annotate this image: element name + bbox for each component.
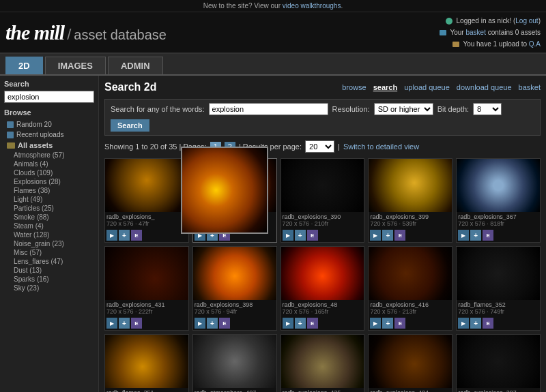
sidebar-item-water[interactable]: Water (128) — [4, 230, 94, 239]
edit-btn-10[interactable]: E — [483, 318, 493, 329]
sidebar: Search Browse Random 20 Recent uploads A… — [0, 76, 99, 392]
download-queue-nav-link[interactable]: download queue — [457, 83, 512, 91]
item-meta: 720 x 576 · 210fr — [281, 220, 364, 228]
add-btn-3[interactable]: + — [295, 230, 306, 241]
tabs: 2D IMAGES ADMIN — [0, 54, 546, 76]
sidebar-item-random20[interactable]: Random 20 — [4, 119, 94, 130]
sidebar-item-explosions[interactable]: Explosions (28) — [4, 177, 94, 186]
basket-nav-link[interactable]: basket — [519, 83, 541, 91]
sidebar-item-particles[interactable]: Particles (25) — [4, 204, 94, 213]
add-btn-10[interactable]: + — [470, 318, 481, 329]
add-btn-5[interactable]: + — [470, 230, 481, 241]
sidebar-item-light[interactable]: Light (49) — [4, 195, 94, 204]
search-bar: Search for any of the words: Resolution:… — [104, 99, 541, 136]
sidebar-item-sky[interactable]: Sky (23) — [4, 284, 94, 292]
sidebar-item-all-assets[interactable]: All assets — [4, 140, 94, 151]
logout-link[interactable]: Log out — [515, 17, 538, 25]
sidebar-item-animals[interactable]: Animals (4) — [4, 160, 94, 168]
item-meta: 720 x 576 · 165fr — [281, 308, 364, 316]
sidebar-item-dust[interactable]: Dust (13) — [4, 266, 94, 275]
play-btn-10[interactable]: ▶ — [458, 318, 469, 329]
play-btn-3[interactable]: ▶ — [283, 230, 293, 241]
sidebar-item-smoke[interactable]: Smoke (88) — [4, 213, 94, 222]
sidebar-browse-label: Browse — [4, 108, 94, 117]
tab-admin[interactable]: ADMIN — [108, 57, 163, 74]
grid-item-3[interactable]: radb_explosions_390 720 x 576 · 210fr ▶ … — [281, 158, 365, 243]
edit-btn-8[interactable]: E — [307, 318, 318, 329]
sidebar-search-input[interactable] — [4, 91, 94, 103]
add-btn-8[interactable]: + — [295, 318, 306, 329]
logo-slash: / — [67, 26, 71, 44]
logo-area: the mill / asset database — [5, 21, 167, 44]
grid-item-2[interactable]: radb_explosions_396 720 x 576 · 473fr ▶ … — [192, 158, 277, 243]
grid-item-12[interactable]: radb_atmosphere_407 720 x 576 · 692fr — [192, 334, 277, 392]
sidebar-item-steam[interactable]: Steam (4) — [4, 222, 94, 230]
edit-btn-3[interactable]: E — [307, 230, 318, 241]
resolution-select[interactable]: SD or higher HD or higher 2K or higher 4… — [374, 103, 433, 115]
item-meta: 720 x 576 · 222fr — [105, 308, 188, 316]
content-nav: browse search upload queue download queu… — [342, 83, 541, 91]
grid-item-4[interactable]: radb_explosions_399 720 x 576 · 539fr ▶ … — [368, 158, 452, 243]
grid-item-9[interactable]: radb_explosions_416 720 x 576 · 213fr ▶ … — [368, 246, 452, 331]
hover-preview — [181, 147, 268, 234]
play-btn-5[interactable]: ▶ — [458, 230, 469, 241]
bitdepth-select[interactable]: 8 10 12 16 — [473, 103, 502, 115]
sidebar-item-recent-uploads[interactable]: Recent uploads — [4, 130, 94, 140]
play-btn-7[interactable]: ▶ — [195, 318, 205, 329]
grid-item-15[interactable]: radb_explosions_397 720 x 576 · 291fr — [456, 334, 541, 392]
add-btn-6[interactable]: + — [119, 318, 130, 329]
grid-item-7[interactable]: radb_explosions_398 720 x 576 · 94fr ▶ +… — [192, 246, 277, 331]
sidebar-item-misc[interactable]: Misc (57) — [4, 248, 94, 257]
basket-link[interactable]: basket — [465, 29, 485, 36]
edit-btn-1[interactable]: E — [131, 230, 142, 241]
sidebar-item-lens-flares[interactable]: Lens_flares (47) — [4, 257, 94, 266]
play-btn-9[interactable]: ▶ — [370, 318, 381, 329]
search-nav-link[interactable]: search — [373, 83, 397, 91]
grid-item-14[interactable]: radb_explosions_404 720 x 576 · 370fr — [368, 334, 452, 392]
random20-bullet — [7, 121, 14, 128]
search-button[interactable]: Search — [111, 119, 149, 132]
item-name: radb_explosions_390 — [281, 212, 364, 220]
grid-item-11[interactable]: radb_flames_351 720 x 576 · 748fr — [104, 334, 189, 392]
sidebar-item-sparks[interactable]: Sparks (16) — [4, 275, 94, 284]
tab-images[interactable]: IMAGES — [45, 57, 106, 74]
tab-2d[interactable]: 2D — [5, 57, 43, 74]
per-page-select[interactable]: 10 20 50 100 — [305, 140, 334, 153]
user-icon — [446, 18, 452, 25]
item-name: radb_explosions_431 — [105, 300, 188, 308]
play-btn-6[interactable]: ▶ — [106, 318, 117, 329]
add-btn-1[interactable]: + — [119, 230, 130, 241]
sidebar-item-noise-grain[interactable]: Noise_grain (23) — [4, 239, 94, 248]
upload-queue-nav-link[interactable]: upload queue — [404, 83, 450, 91]
add-btn-9[interactable]: + — [382, 318, 393, 329]
sidebar-item-atmosphere[interactable]: Atmosphere (57) — [4, 151, 94, 160]
grid-item-10[interactable]: radb_flames_352 720 x 576 · 749fr ▶ + E — [456, 246, 541, 331]
play-btn-8[interactable]: ▶ — [283, 318, 293, 329]
grid-item-5[interactable]: radb_explosions_367 720 x 576 · 818fr ▶ … — [456, 158, 541, 243]
grid-item-8[interactable]: radb_explosions_48 720 x 576 · 165fr ▶ +… — [281, 246, 365, 331]
item-meta: 720 x 576 · 539fr — [369, 220, 452, 228]
item-meta: 720 x 576 · 213fr — [369, 308, 452, 316]
sidebar-item-flames[interactable]: Flames (38) — [4, 186, 94, 195]
edit-btn-6[interactable]: E — [131, 318, 142, 329]
grid-item-6[interactable]: radb_explosions_431 720 x 576 · 222fr ▶ … — [104, 246, 189, 331]
sidebar-item-clouds[interactable]: Clouds (109) — [4, 168, 94, 177]
edit-btn-9[interactable]: E — [394, 318, 405, 329]
content: Search 2d browse search upload queue dow… — [99, 76, 546, 392]
edit-btn-7[interactable]: E — [219, 318, 230, 329]
item-name: radb_explosions_416 — [369, 300, 452, 308]
grid-item-1[interactable]: radb_explosions_ 720 x 576 · 47fr ▶ + E — [104, 158, 189, 243]
qa-link[interactable]: Q.A — [529, 40, 541, 48]
play-btn-4[interactable]: ▶ — [370, 230, 381, 241]
browse-nav-link[interactable]: browse — [342, 83, 366, 91]
play-btn-1[interactable]: ▶ — [106, 230, 117, 241]
item-name: radb_explosions_367 — [457, 212, 540, 220]
grid-item-13[interactable]: radb_explosions_435 720 x 576 · 749fr — [281, 334, 365, 392]
edit-btn-5[interactable]: E — [483, 230, 493, 241]
search-words-input[interactable] — [209, 103, 328, 115]
detail-view-link[interactable]: Switch to detailed view — [343, 142, 419, 151]
add-btn-4[interactable]: + — [382, 230, 393, 241]
edit-btn-4[interactable]: E — [394, 230, 405, 241]
video-walkthrough-link[interactable]: video walkthroughs — [283, 2, 341, 10]
add-btn-7[interactable]: + — [207, 318, 218, 329]
